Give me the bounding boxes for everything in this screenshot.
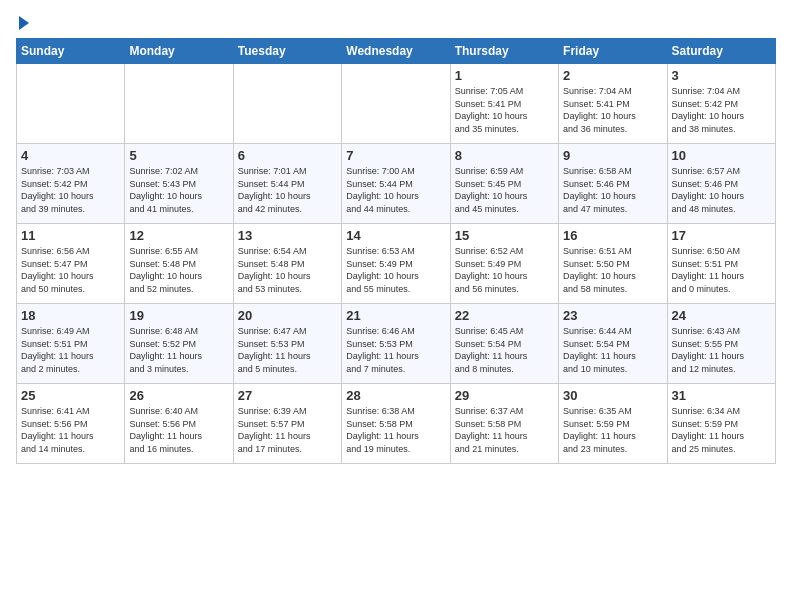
day-detail: Sunrise: 7:01 AM Sunset: 5:44 PM Dayligh… [238, 165, 337, 215]
day-number: 21 [346, 308, 445, 323]
day-detail: Sunrise: 6:57 AM Sunset: 5:46 PM Dayligh… [672, 165, 771, 215]
day-detail: Sunrise: 6:59 AM Sunset: 5:45 PM Dayligh… [455, 165, 554, 215]
calendar-cell: 25Sunrise: 6:41 AM Sunset: 5:56 PM Dayli… [17, 384, 125, 464]
day-detail: Sunrise: 6:58 AM Sunset: 5:46 PM Dayligh… [563, 165, 662, 215]
calendar-cell: 3Sunrise: 7:04 AM Sunset: 5:42 PM Daylig… [667, 64, 775, 144]
day-number: 5 [129, 148, 228, 163]
calendar-body: 1Sunrise: 7:05 AM Sunset: 5:41 PM Daylig… [17, 64, 776, 464]
calendar-cell [342, 64, 450, 144]
page-header [16, 16, 776, 30]
col-header-tuesday: Tuesday [233, 39, 341, 64]
calendar-cell: 31Sunrise: 6:34 AM Sunset: 5:59 PM Dayli… [667, 384, 775, 464]
calendar-cell: 27Sunrise: 6:39 AM Sunset: 5:57 PM Dayli… [233, 384, 341, 464]
day-detail: Sunrise: 6:50 AM Sunset: 5:51 PM Dayligh… [672, 245, 771, 295]
calendar-cell: 1Sunrise: 7:05 AM Sunset: 5:41 PM Daylig… [450, 64, 558, 144]
header-row: SundayMondayTuesdayWednesdayThursdayFrid… [17, 39, 776, 64]
calendar-cell: 13Sunrise: 6:54 AM Sunset: 5:48 PM Dayli… [233, 224, 341, 304]
day-number: 12 [129, 228, 228, 243]
calendar-header: SundayMondayTuesdayWednesdayThursdayFrid… [17, 39, 776, 64]
calendar-table: SundayMondayTuesdayWednesdayThursdayFrid… [16, 38, 776, 464]
col-header-wednesday: Wednesday [342, 39, 450, 64]
calendar-cell: 11Sunrise: 6:56 AM Sunset: 5:47 PM Dayli… [17, 224, 125, 304]
day-detail: Sunrise: 6:43 AM Sunset: 5:55 PM Dayligh… [672, 325, 771, 375]
calendar-cell: 18Sunrise: 6:49 AM Sunset: 5:51 PM Dayli… [17, 304, 125, 384]
calendar-cell: 23Sunrise: 6:44 AM Sunset: 5:54 PM Dayli… [559, 304, 667, 384]
day-number: 11 [21, 228, 120, 243]
day-number: 13 [238, 228, 337, 243]
week-row-1: 1Sunrise: 7:05 AM Sunset: 5:41 PM Daylig… [17, 64, 776, 144]
day-detail: Sunrise: 6:48 AM Sunset: 5:52 PM Dayligh… [129, 325, 228, 375]
day-number: 24 [672, 308, 771, 323]
day-detail: Sunrise: 6:51 AM Sunset: 5:50 PM Dayligh… [563, 245, 662, 295]
logo-arrow-icon [19, 16, 29, 30]
calendar-cell [233, 64, 341, 144]
calendar-cell: 17Sunrise: 6:50 AM Sunset: 5:51 PM Dayli… [667, 224, 775, 304]
day-number: 9 [563, 148, 662, 163]
calendar-cell: 24Sunrise: 6:43 AM Sunset: 5:55 PM Dayli… [667, 304, 775, 384]
calendar-cell: 10Sunrise: 6:57 AM Sunset: 5:46 PM Dayli… [667, 144, 775, 224]
day-number: 23 [563, 308, 662, 323]
calendar-cell: 22Sunrise: 6:45 AM Sunset: 5:54 PM Dayli… [450, 304, 558, 384]
day-number: 17 [672, 228, 771, 243]
day-detail: Sunrise: 6:35 AM Sunset: 5:59 PM Dayligh… [563, 405, 662, 455]
calendar-cell: 6Sunrise: 7:01 AM Sunset: 5:44 PM Daylig… [233, 144, 341, 224]
day-number: 31 [672, 388, 771, 403]
col-header-monday: Monday [125, 39, 233, 64]
calendar-cell: 30Sunrise: 6:35 AM Sunset: 5:59 PM Dayli… [559, 384, 667, 464]
calendar-cell: 19Sunrise: 6:48 AM Sunset: 5:52 PM Dayli… [125, 304, 233, 384]
day-number: 22 [455, 308, 554, 323]
day-number: 15 [455, 228, 554, 243]
week-row-4: 18Sunrise: 6:49 AM Sunset: 5:51 PM Dayli… [17, 304, 776, 384]
calendar-cell: 29Sunrise: 6:37 AM Sunset: 5:58 PM Dayli… [450, 384, 558, 464]
day-number: 3 [672, 68, 771, 83]
week-row-3: 11Sunrise: 6:56 AM Sunset: 5:47 PM Dayli… [17, 224, 776, 304]
day-number: 8 [455, 148, 554, 163]
day-number: 4 [21, 148, 120, 163]
calendar-cell: 4Sunrise: 7:03 AM Sunset: 5:42 PM Daylig… [17, 144, 125, 224]
week-row-5: 25Sunrise: 6:41 AM Sunset: 5:56 PM Dayli… [17, 384, 776, 464]
day-number: 30 [563, 388, 662, 403]
day-number: 28 [346, 388, 445, 403]
day-detail: Sunrise: 6:34 AM Sunset: 5:59 PM Dayligh… [672, 405, 771, 455]
day-detail: Sunrise: 6:47 AM Sunset: 5:53 PM Dayligh… [238, 325, 337, 375]
calendar-cell: 12Sunrise: 6:55 AM Sunset: 5:48 PM Dayli… [125, 224, 233, 304]
day-number: 18 [21, 308, 120, 323]
day-detail: Sunrise: 6:53 AM Sunset: 5:49 PM Dayligh… [346, 245, 445, 295]
col-header-thursday: Thursday [450, 39, 558, 64]
calendar-cell: 21Sunrise: 6:46 AM Sunset: 5:53 PM Dayli… [342, 304, 450, 384]
day-detail: Sunrise: 7:04 AM Sunset: 5:41 PM Dayligh… [563, 85, 662, 135]
day-detail: Sunrise: 6:56 AM Sunset: 5:47 PM Dayligh… [21, 245, 120, 295]
day-detail: Sunrise: 6:44 AM Sunset: 5:54 PM Dayligh… [563, 325, 662, 375]
calendar-cell: 8Sunrise: 6:59 AM Sunset: 5:45 PM Daylig… [450, 144, 558, 224]
day-detail: Sunrise: 6:52 AM Sunset: 5:49 PM Dayligh… [455, 245, 554, 295]
day-number: 7 [346, 148, 445, 163]
calendar-cell: 15Sunrise: 6:52 AM Sunset: 5:49 PM Dayli… [450, 224, 558, 304]
day-number: 14 [346, 228, 445, 243]
calendar-cell: 28Sunrise: 6:38 AM Sunset: 5:58 PM Dayli… [342, 384, 450, 464]
day-detail: Sunrise: 6:40 AM Sunset: 5:56 PM Dayligh… [129, 405, 228, 455]
day-detail: Sunrise: 6:54 AM Sunset: 5:48 PM Dayligh… [238, 245, 337, 295]
day-detail: Sunrise: 6:39 AM Sunset: 5:57 PM Dayligh… [238, 405, 337, 455]
col-header-saturday: Saturday [667, 39, 775, 64]
calendar-cell: 14Sunrise: 6:53 AM Sunset: 5:49 PM Dayli… [342, 224, 450, 304]
day-detail: Sunrise: 6:49 AM Sunset: 5:51 PM Dayligh… [21, 325, 120, 375]
calendar-cell: 26Sunrise: 6:40 AM Sunset: 5:56 PM Dayli… [125, 384, 233, 464]
calendar-cell: 16Sunrise: 6:51 AM Sunset: 5:50 PM Dayli… [559, 224, 667, 304]
day-number: 10 [672, 148, 771, 163]
day-detail: Sunrise: 6:55 AM Sunset: 5:48 PM Dayligh… [129, 245, 228, 295]
day-number: 27 [238, 388, 337, 403]
day-detail: Sunrise: 7:02 AM Sunset: 5:43 PM Dayligh… [129, 165, 228, 215]
day-detail: Sunrise: 6:45 AM Sunset: 5:54 PM Dayligh… [455, 325, 554, 375]
day-number: 29 [455, 388, 554, 403]
calendar-cell: 9Sunrise: 6:58 AM Sunset: 5:46 PM Daylig… [559, 144, 667, 224]
day-number: 6 [238, 148, 337, 163]
calendar-cell: 7Sunrise: 7:00 AM Sunset: 5:44 PM Daylig… [342, 144, 450, 224]
col-header-friday: Friday [559, 39, 667, 64]
day-detail: Sunrise: 7:03 AM Sunset: 5:42 PM Dayligh… [21, 165, 120, 215]
day-number: 16 [563, 228, 662, 243]
day-detail: Sunrise: 7:05 AM Sunset: 5:41 PM Dayligh… [455, 85, 554, 135]
day-detail: Sunrise: 7:04 AM Sunset: 5:42 PM Dayligh… [672, 85, 771, 135]
day-detail: Sunrise: 6:37 AM Sunset: 5:58 PM Dayligh… [455, 405, 554, 455]
day-detail: Sunrise: 7:00 AM Sunset: 5:44 PM Dayligh… [346, 165, 445, 215]
calendar-cell [17, 64, 125, 144]
